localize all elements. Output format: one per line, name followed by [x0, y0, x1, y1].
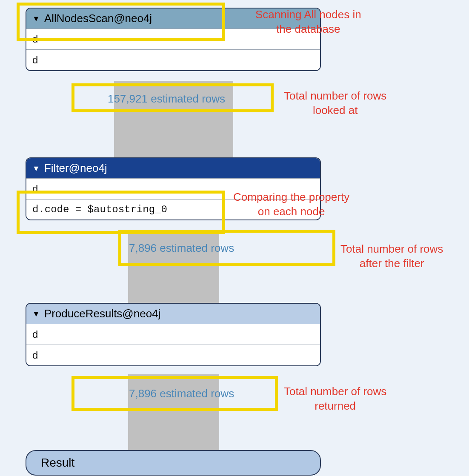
annotation-scan-rows: Total number of rowslooked at	[284, 89, 386, 118]
node-filter-header[interactable]: ▼ Filter@neo4j	[26, 158, 320, 178]
annotation-scan-title: Scanning All nodes inthe database	[255, 8, 361, 37]
estimate-after-scan: 157,921 estimated rows	[108, 92, 225, 105]
collapse-icon: ▼	[32, 165, 40, 172]
node-produceresults-header[interactable]: ▼ ProduceResults@neo4j	[26, 304, 320, 324]
estimate-after-filter: 7,896 estimated rows	[129, 242, 234, 255]
node-produceresults-title: ProduceResults@neo4j	[44, 307, 161, 320]
node-allnodesscan-row2: d	[26, 49, 320, 70]
query-plan-diagram: ▼ AllNodesScan@neo4j d d 157,921 estimat…	[0, 0, 469, 476]
node-allnodesscan-title: AllNodesScan@neo4j	[44, 12, 152, 25]
node-produceresults: ▼ ProduceResults@neo4j d d	[26, 303, 321, 366]
node-produceresults-row2: d	[26, 345, 320, 365]
node-result-label: Result	[41, 456, 74, 469]
node-filter-title: Filter@neo4j	[44, 162, 107, 175]
annotation-filter-expr: Comparing the propertyon each node	[233, 190, 349, 219]
collapse-icon: ▼	[32, 15, 40, 23]
annotation-produce-rows: Total number of rowsreturned	[284, 385, 386, 413]
node-produceresults-row1: d	[26, 324, 320, 345]
collapse-icon: ▼	[32, 310, 40, 318]
annotation-filter-rows: Total number of rowsafter the filter	[340, 242, 443, 271]
estimate-after-produce: 7,896 estimated rows	[129, 387, 234, 400]
node-result: Result	[26, 450, 321, 476]
